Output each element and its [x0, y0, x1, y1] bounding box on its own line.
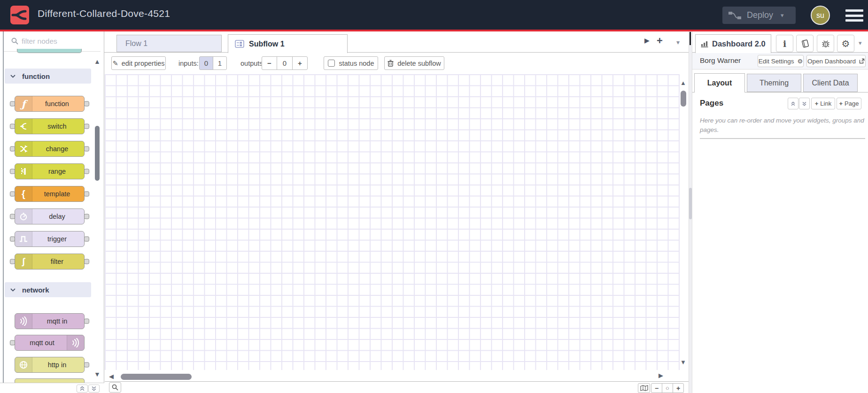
status-node-checkbox[interactable] [328, 60, 335, 67]
edit-settings-button[interactable]: Edit Settings ⚙ [758, 55, 804, 67]
node-input-port[interactable] [10, 192, 15, 197]
palette-node-http-in[interactable]: http in [15, 357, 85, 373]
category-function[interactable]: function [5, 69, 91, 84]
deploy-options-caret-icon[interactable]: ▾ [781, 12, 784, 19]
node-label: trigger [33, 231, 81, 247]
splitter-drag-handle[interactable] [690, 32, 691, 45]
node-input-port[interactable] [10, 124, 15, 129]
move-up-button[interactable] [788, 98, 798, 109]
node-input-port[interactable] [10, 237, 15, 242]
canvas-search-button[interactable] [109, 382, 121, 393]
palette-node-change[interactable]: change [15, 141, 85, 157]
open-dashboard-button[interactable]: Open Dashboard [806, 55, 866, 67]
zoom-reset-button[interactable]: ○ [662, 383, 673, 393]
tab-flow-1[interactable]: Flow 1 [116, 35, 222, 52]
outputs-plus-button[interactable]: + [292, 56, 308, 70]
palette-node-mqtt-in[interactable]: mqtt in [15, 313, 85, 329]
broadcast-icon [67, 335, 84, 350]
tab-client-data[interactable]: Client Data [803, 74, 858, 92]
canvas-scroll-up-icon[interactable]: ▲ [680, 79, 686, 86]
help-tab-button[interactable] [796, 35, 814, 52]
canvas-hscrollbar-thumb[interactable] [121, 374, 192, 380]
tab-list-caret-icon[interactable]: ▾ [676, 39, 680, 46]
tab-theming[interactable]: Theming [747, 74, 801, 92]
minimap-button[interactable] [638, 383, 650, 393]
status-node-toggle[interactable]: status node [324, 56, 378, 70]
zoom-in-button[interactable]: + [673, 383, 684, 393]
palette-node-mqtt-out[interactable]: mqtt out [15, 335, 85, 351]
next-tab-icon[interactable]: ▶ [644, 37, 650, 44]
info-tab-button[interactable]: i [776, 35, 793, 52]
palette-scrollbar-thumb[interactable] [95, 126, 100, 181]
inputs-option-0[interactable]: 0 [199, 56, 213, 70]
node-label: mqtt out [18, 335, 66, 350]
palette-node-partial-bottom[interactable] [15, 378, 85, 383]
open-dashboard-label: Open Dashboard [807, 58, 856, 65]
inputs-option-1[interactable]: 1 [213, 56, 227, 70]
palette-node-partial-top[interactable] [17, 49, 82, 53]
canvas-footer [105, 381, 689, 393]
tab-subflow-1[interactable]: Subflow 1 [228, 34, 348, 53]
node-output-port[interactable] [84, 319, 89, 324]
move-down-button[interactable] [799, 98, 810, 109]
canvas-scroll-right-icon[interactable]: ▶ [659, 372, 663, 379]
node-input-port[interactable] [10, 214, 15, 219]
node-output-port[interactable] [84, 362, 89, 368]
collapse-all-categories-button[interactable] [77, 385, 88, 393]
node-input-port[interactable] [10, 340, 15, 346]
palette-left-border [3, 31, 4, 393]
canvas-grid[interactable] [105, 74, 680, 370]
delete-subflow-button[interactable]: delete subflow [384, 56, 444, 70]
sidebar-tab-dashboard[interactable]: Dashboard 2.0 [695, 34, 771, 53]
node-output-port[interactable] [84, 192, 89, 197]
config-nodes-tab-button[interactable]: ⚙ [837, 35, 854, 52]
palette-node-delay[interactable]: delay [15, 208, 85, 224]
edit-properties-button[interactable]: ✎ edit properties [111, 56, 166, 70]
tab-layout[interactable]: Layout [694, 73, 745, 92]
sidebar-menu-caret-icon[interactable]: ▾ [859, 39, 862, 46]
add-link-button[interactable]: + Link [811, 98, 835, 109]
add-link-label: Link [820, 100, 831, 107]
chevron-down-icon [10, 75, 16, 78]
user-avatar[interactable]: su [811, 6, 830, 25]
node-output-port[interactable] [84, 214, 89, 219]
palette-node-template[interactable]: { template [15, 186, 85, 202]
palette-node-switch[interactable]: switch [15, 118, 85, 134]
canvas-scroll-down-icon[interactable]: ▼ [680, 359, 686, 366]
debug-tab-button[interactable] [817, 35, 834, 52]
category-network[interactable]: network [5, 282, 91, 297]
outputs-minus-button[interactable]: − [262, 56, 277, 70]
node-label: delay [33, 209, 81, 224]
palette-node-trigger[interactable]: trigger [15, 231, 85, 247]
palette-scroll-down-icon[interactable]: ▼ [94, 370, 101, 378]
palette-scroll-up-icon[interactable]: ▲ [94, 58, 101, 65]
splitter-scrollbar-thumb[interactable] [689, 188, 692, 219]
canvas-vscrollbar-thumb[interactable] [681, 91, 686, 107]
expand-all-categories-button[interactable] [88, 385, 100, 393]
zoom-out-button[interactable]: − [651, 383, 662, 393]
add-page-button[interactable]: + Page [837, 98, 861, 109]
gear-icon: ⚙ [798, 58, 803, 65]
node-input-port[interactable] [10, 146, 15, 152]
dashboard-instance-row: Borg Warner Edit Settings ⚙ Open Dashboa… [692, 53, 868, 69]
palette-node-range[interactable]: range [15, 163, 85, 179]
deploy-button[interactable]: Deploy ▾ [722, 7, 796, 24]
palette-node-filter[interactable]: ∫ filter [15, 254, 85, 270]
node-output-port[interactable] [84, 237, 89, 242]
palette-node-function[interactable]: ƒ function [15, 96, 85, 112]
add-flow-button[interactable]: + [657, 35, 663, 47]
subflow-icon [235, 40, 244, 48]
canvas-scroll-left-icon[interactable]: ◀ [109, 373, 114, 380]
node-output-port[interactable] [84, 146, 89, 152]
main-menu-button[interactable] [845, 9, 863, 22]
node-output-port[interactable] [84, 101, 89, 107]
header: Different-Collared-Dove-4521 Deploy ▾ su [0, 0, 868, 30]
node-input-port[interactable] [10, 259, 15, 264]
node-input-port[interactable] [10, 101, 15, 107]
node-input-port[interactable] [10, 169, 15, 174]
node-output-port[interactable] [84, 259, 89, 264]
node-output-port[interactable] [84, 124, 89, 129]
node-output-port[interactable] [84, 169, 89, 174]
chevron-down-icon [10, 288, 16, 292]
trash-icon [388, 60, 394, 67]
